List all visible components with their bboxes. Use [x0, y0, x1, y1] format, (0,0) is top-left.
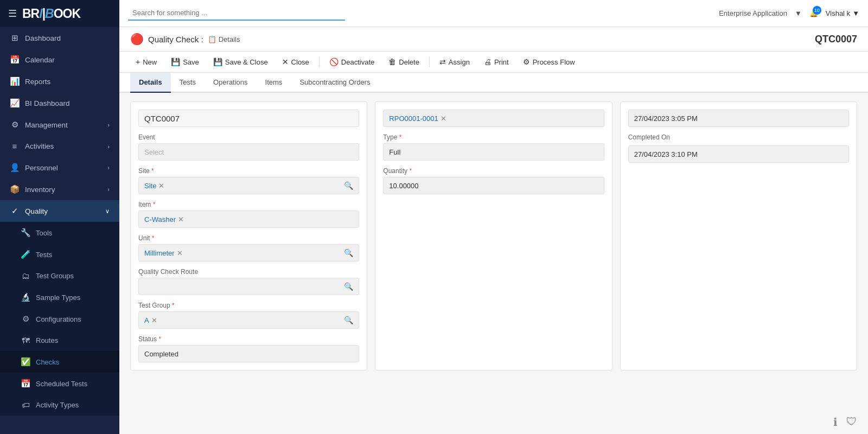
- sidebar-item-label: BI Dashboard: [25, 99, 70, 107]
- assign-label: Assign: [449, 58, 470, 66]
- sidebar-item-label: Reports: [25, 78, 50, 86]
- quality-check-icon: 🔴: [130, 33, 144, 46]
- save-close-button[interactable]: 💾 Save & Close: [208, 55, 273, 69]
- type-label: Type *: [383, 133, 604, 141]
- assign-button[interactable]: ⇄ Assign: [434, 55, 475, 69]
- quality-check-route-value: 🔍: [138, 278, 359, 295]
- type-value: Full: [383, 143, 604, 161]
- sidebar-item-label: Activity Types: [36, 401, 79, 409]
- test-group-search-icon[interactable]: 🔍: [344, 316, 353, 324]
- reference-remove-icon[interactable]: ✕: [441, 114, 446, 123]
- sidebar-item-test-groups[interactable]: 🗂 Test Groups: [0, 265, 119, 286]
- sidebar-item-bi-dashboard[interactable]: 📈 BI Dashboard: [0, 92, 119, 114]
- sidebar-item-configurations[interactable]: ⚙ Configurations: [0, 308, 119, 330]
- process-flow-button[interactable]: ⚙ Process Flow: [518, 55, 580, 69]
- sidebar-item-activities[interactable]: ≡ Activities ›: [0, 136, 119, 157]
- sidebar-item-quality[interactable]: ✓ Quality ∨: [0, 200, 119, 222]
- tests-icon: 🧪: [21, 250, 30, 259]
- shield-icon[interactable]: 🛡: [846, 416, 857, 429]
- new-button[interactable]: + New: [130, 55, 162, 69]
- details-link[interactable]: 📋 Details: [208, 35, 240, 43]
- sidebar-item-reports[interactable]: 📊 Reports: [0, 71, 119, 92]
- reference-field: RPO0001-0001 ✕: [383, 110, 604, 127]
- test-group-field: Test Group * A ✕ 🔍: [138, 302, 359, 329]
- sidebar-item-scheduled-tests[interactable]: 📅 Scheduled Tests: [0, 373, 119, 394]
- left-column: QTC0007 Event Select Site *: [130, 101, 367, 371]
- site-remove-icon[interactable]: ✕: [158, 182, 164, 190]
- site-value-container: Site ✕ 🔍: [138, 177, 359, 194]
- unit-remove-icon[interactable]: ✕: [177, 249, 183, 257]
- unit-tag: Millimeter ✕: [144, 249, 183, 257]
- sidebar-item-personnel[interactable]: 👤 Personnel ›: [0, 157, 119, 178]
- tab-operations[interactable]: Operations: [205, 73, 257, 93]
- tab-items[interactable]: Items: [257, 73, 291, 93]
- sidebar-item-calendar[interactable]: 📅 Calendar: [0, 49, 119, 71]
- unit-search-icon[interactable]: 🔍: [344, 248, 353, 257]
- tab-subcontracting-orders[interactable]: Subcontracting Orders: [291, 73, 379, 93]
- item-remove-icon[interactable]: ✕: [178, 215, 184, 224]
- sidebar-item-activity-types[interactable]: 🏷 Activity Types: [0, 394, 119, 416]
- record-id: QTC0007: [815, 34, 857, 45]
- notification-button[interactable]: 🔔 10: [809, 9, 818, 17]
- sidebar-item-label: Test Groups: [36, 272, 74, 280]
- delete-button[interactable]: 🗑 Delete: [383, 55, 425, 69]
- bottom-bar: ℹ 🛡: [822, 410, 868, 434]
- chevron-right-icon: ›: [107, 122, 110, 128]
- sidebar-item-routes[interactable]: 🗺 Routes: [0, 330, 119, 351]
- completed-on-field: Completed On 27/04/2023 3:10 PM: [628, 133, 849, 163]
- tab-tests[interactable]: Tests: [171, 73, 205, 93]
- sidebar-item-inventory[interactable]: 📦 Inventory ›: [0, 178, 119, 200]
- inventory-icon: 📦: [10, 184, 20, 194]
- sidebar-item-tests[interactable]: 🧪 Tests: [0, 244, 119, 265]
- user-menu-button[interactable]: Vishal k ▼: [826, 9, 859, 17]
- sidebar-item-label: Sample Types: [36, 293, 80, 302]
- event-field: Event Select: [138, 133, 359, 161]
- test-group-label: Test Group *: [138, 302, 359, 309]
- sidebar-item-label: Checks: [36, 358, 59, 366]
- delete-icon: 🗑: [388, 58, 396, 66]
- print-button[interactable]: 🖨 Print: [478, 55, 514, 69]
- right-column: 27/04/2023 3:05 PM Completed On 27/04/20…: [620, 101, 857, 371]
- new-label: New: [143, 58, 157, 66]
- tab-details[interactable]: Details: [130, 73, 171, 93]
- form-header: 🔴 Quality Check : 📋 Details QTC0007: [119, 27, 868, 52]
- activities-icon: ≡: [10, 142, 20, 151]
- qtc-id-value: QTC0007: [138, 110, 359, 127]
- type-field: Type * Full: [383, 133, 604, 161]
- sidebar-item-label: Routes: [36, 336, 58, 344]
- site-search-icon[interactable]: 🔍: [344, 181, 353, 190]
- sidebar-item-tools[interactable]: 🔧 Tools: [0, 222, 119, 244]
- completed-on-label: Completed On: [628, 133, 849, 141]
- activity-types-icon: 🏷: [21, 400, 30, 410]
- sidebar-item-sample-types[interactable]: 🔬 Sample Types: [0, 286, 119, 308]
- save-button[interactable]: 💾 Save: [165, 55, 205, 69]
- scheduled-tests-icon: 📅: [21, 379, 30, 388]
- sidebar-item-label: Tests: [36, 251, 52, 259]
- quantity-label: Quantity *: [383, 167, 604, 175]
- search-input[interactable]: [128, 6, 345, 21]
- management-icon: ⚙: [10, 120, 20, 130]
- deactivate-label: Deactivate: [341, 58, 374, 66]
- item-value-container: C-Washer ✕: [138, 210, 359, 228]
- user-dropdown-icon: ▼: [852, 9, 859, 17]
- quality-check-route-search-icon[interactable]: 🔍: [344, 282, 353, 291]
- deactivate-button[interactable]: 🚫 Deactivate: [324, 55, 380, 69]
- hamburger-icon[interactable]: ☰: [8, 8, 17, 20]
- filter-icon[interactable]: ▼: [795, 9, 802, 17]
- quantity-value: 10.00000: [383, 177, 604, 194]
- close-button[interactable]: ✕ Close: [277, 55, 315, 69]
- delete-label: Delete: [399, 58, 419, 66]
- routes-icon: 🗺: [21, 336, 30, 345]
- print-icon: 🖨: [484, 58, 492, 66]
- sidebar-item-management[interactable]: ⚙ Management ›: [0, 114, 119, 136]
- event-input[interactable]: Select: [138, 143, 359, 161]
- unit-label: Unit *: [138, 234, 359, 242]
- qtc-id-field: QTC0007: [138, 110, 359, 127]
- sidebar-item-dashboard[interactable]: ⊞ Dashboard: [0, 27, 119, 49]
- info-icon[interactable]: ℹ: [833, 416, 838, 429]
- sidebar-item-checks[interactable]: ✅ Checks: [0, 351, 119, 373]
- process-flow-icon: ⚙: [523, 58, 530, 66]
- test-group-remove-icon[interactable]: ✕: [151, 316, 157, 324]
- quality-icon: ✓: [10, 206, 20, 216]
- details-link-label: Details: [219, 35, 240, 43]
